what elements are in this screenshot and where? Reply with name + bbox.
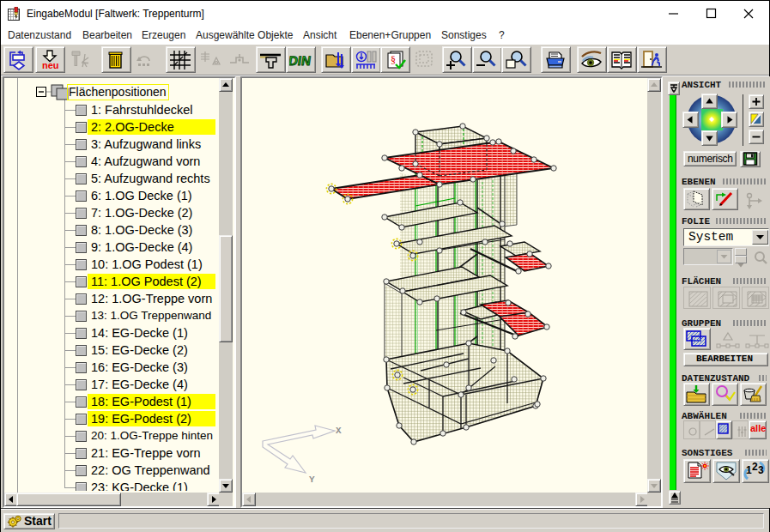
svg-text:neu: neu: [42, 60, 59, 70]
svg-text:2: 2: [752, 461, 758, 473]
svg-text:§: §: [391, 54, 396, 66]
svg-text:3: 3: [758, 464, 764, 476]
svg-text:Y: Y: [309, 475, 315, 485]
svg-text:1: 1: [746, 464, 752, 476]
svg-text:DIN: DIN: [289, 53, 312, 68]
svg-text:X: X: [336, 426, 342, 436]
